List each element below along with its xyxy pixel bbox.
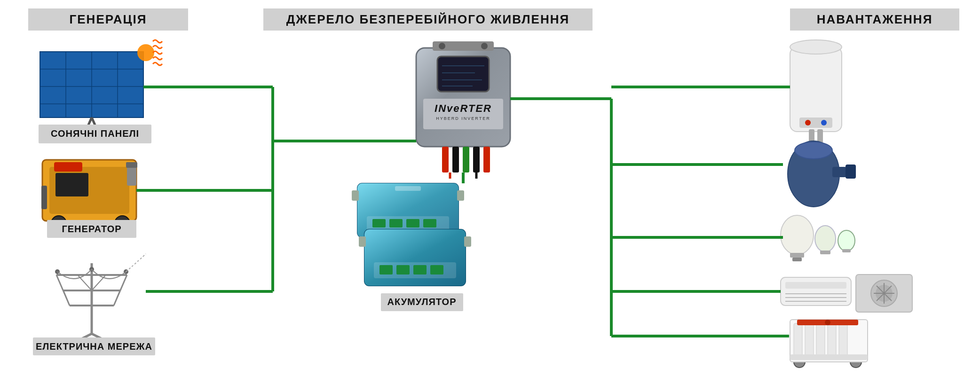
svg-rect-26 xyxy=(47,220,136,238)
svg-line-112 xyxy=(877,286,892,301)
svg-rect-66 xyxy=(367,216,449,231)
svg-rect-70 xyxy=(423,219,436,227)
svg-point-99 xyxy=(838,230,855,251)
svg-point-40 xyxy=(124,269,128,274)
svg-rect-1 xyxy=(40,52,143,118)
svg-rect-61 xyxy=(483,147,490,172)
diagram-container: ГЕНЕРАЦІЯ ДЖЕРЕЛО БЕЗПЕРЕБІЙНОГО ЖИВЛЕНН… xyxy=(0,0,980,392)
svg-rect-73 xyxy=(364,229,466,286)
svg-line-41 xyxy=(73,334,92,343)
svg-rect-60 xyxy=(473,147,480,172)
svg-point-22 xyxy=(115,216,130,231)
svg-rect-77 xyxy=(379,265,393,274)
svg-point-38 xyxy=(55,269,60,274)
svg-point-113 xyxy=(794,356,805,368)
svg-point-91 xyxy=(795,142,832,159)
svg-point-107 xyxy=(871,280,897,306)
svg-rect-93 xyxy=(846,165,856,179)
svg-rect-81 xyxy=(381,293,463,311)
svg-rect-46 xyxy=(433,41,494,51)
svg-rect-116 xyxy=(794,323,802,359)
svg-point-23 xyxy=(55,220,62,227)
svg-line-34 xyxy=(63,290,70,306)
svg-rect-54 xyxy=(423,99,503,129)
svg-rect-45 xyxy=(416,48,510,147)
svg-rect-25 xyxy=(41,186,47,209)
generator-icon xyxy=(41,160,137,231)
solar-panel-icon xyxy=(40,40,162,139)
svg-rect-69 xyxy=(406,219,419,227)
svg-rect-95 xyxy=(790,253,804,258)
svg-rect-92 xyxy=(832,167,846,177)
svg-rect-117 xyxy=(805,323,814,359)
svg-line-35 xyxy=(114,290,120,306)
svg-text:HYBERD INVERTER: HYBERD INVERTER xyxy=(436,116,490,121)
svg-rect-72 xyxy=(364,229,466,286)
svg-rect-79 xyxy=(413,265,427,274)
svg-text:СОНЯЧНІ ПАНЕЛІ: СОНЯЧНІ ПАНЕЛІ xyxy=(51,128,139,139)
boiler-icon xyxy=(790,40,842,143)
svg-rect-20 xyxy=(55,173,88,196)
header-load: НАВАНТАЖЕННЯ xyxy=(790,8,959,31)
svg-line-33 xyxy=(114,275,127,306)
svg-point-11 xyxy=(137,44,154,61)
svg-line-42 xyxy=(92,334,111,343)
svg-rect-43 xyxy=(33,337,155,355)
svg-point-39 xyxy=(89,267,94,272)
svg-rect-120 xyxy=(839,323,847,359)
svg-rect-71 xyxy=(395,186,421,191)
svg-rect-119 xyxy=(828,323,836,359)
svg-point-84 xyxy=(790,40,842,54)
svg-point-122 xyxy=(825,320,830,325)
svg-rect-76 xyxy=(374,262,456,278)
svg-line-111 xyxy=(877,286,892,301)
svg-point-48 xyxy=(481,43,488,49)
svg-rect-80 xyxy=(430,265,443,274)
svg-rect-59 xyxy=(463,147,469,172)
vacuum-icon xyxy=(788,141,856,207)
svg-rect-49 xyxy=(437,56,489,92)
wires-svg: СОНЯЧНІ ПАНЕЛІ ГЕНЕРАТОР xyxy=(0,0,980,392)
svg-point-94 xyxy=(781,215,814,255)
svg-rect-78 xyxy=(396,265,410,274)
svg-rect-15 xyxy=(42,160,136,221)
svg-point-90 xyxy=(788,141,839,207)
svg-rect-102 xyxy=(785,282,846,289)
svg-rect-62 xyxy=(357,183,458,237)
svg-point-87 xyxy=(821,120,827,125)
battery-2 xyxy=(359,229,471,286)
svg-rect-83 xyxy=(790,47,842,132)
svg-point-108 xyxy=(876,285,893,302)
svg-rect-75 xyxy=(464,236,471,247)
svg-rect-88 xyxy=(809,129,814,143)
header-generation: ГЕНЕРАЦІЯ xyxy=(28,8,188,31)
svg-rect-98 xyxy=(820,251,830,254)
svg-rect-115 xyxy=(790,320,868,362)
svg-point-47 xyxy=(439,43,445,49)
svg-rect-67 xyxy=(372,219,386,227)
svg-point-97 xyxy=(815,226,836,252)
svg-line-9 xyxy=(92,118,101,139)
svg-rect-0 xyxy=(40,52,143,118)
svg-point-114 xyxy=(850,356,861,368)
svg-rect-63 xyxy=(357,183,458,237)
svg-line-36 xyxy=(78,275,92,290)
svg-text:INveRTER: INveRTER xyxy=(435,102,492,114)
oil-radiator-icon xyxy=(790,320,868,368)
svg-rect-101 xyxy=(781,277,851,306)
svg-rect-106 xyxy=(856,274,912,312)
svg-rect-118 xyxy=(816,323,825,359)
svg-rect-19 xyxy=(126,162,137,168)
svg-rect-65 xyxy=(457,190,464,201)
light-bulbs-icon xyxy=(781,215,855,261)
svg-line-32 xyxy=(56,275,70,306)
svg-rect-16 xyxy=(49,167,129,214)
grid-tower-icon xyxy=(55,254,146,343)
svg-point-21 xyxy=(51,216,66,231)
svg-rect-121 xyxy=(797,320,858,325)
svg-rect-100 xyxy=(842,249,851,252)
header-ups: ДЖЕРЕЛО БЕЗПЕРЕБІЙНОГО ЖИВЛЕННЯ xyxy=(263,8,593,31)
svg-rect-68 xyxy=(389,219,403,227)
svg-rect-123 xyxy=(790,354,868,360)
svg-text:ГЕНЕРАТОР: ГЕНЕРАТОР xyxy=(62,224,121,234)
